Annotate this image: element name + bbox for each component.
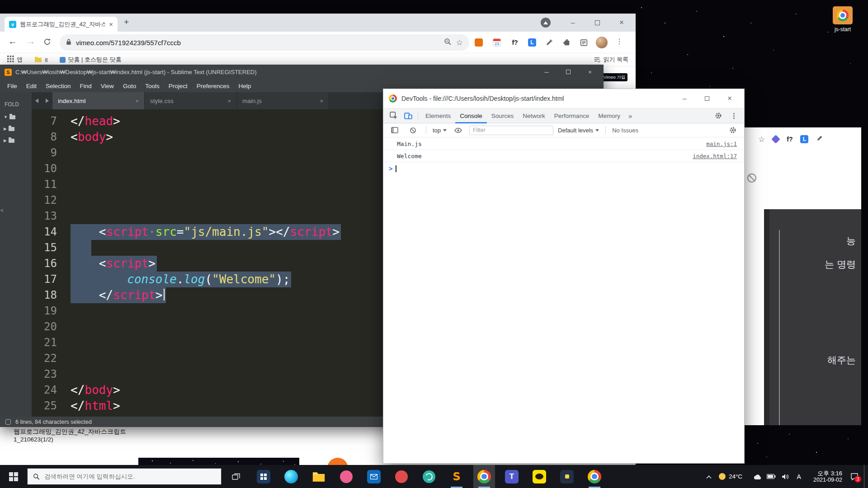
browser-tab[interactable]: v 웹프로그래밍_김인권_42_자바스... × xyxy=(5,17,118,32)
pink-app-icon[interactable] xyxy=(335,465,357,488)
dothome-favicon-icon[interactable] xyxy=(60,57,66,63)
extension-orange-icon[interactable] xyxy=(473,37,485,48)
cloud-icon[interactable] xyxy=(751,474,763,480)
mail-app-icon[interactable] xyxy=(363,465,385,488)
extension-listary-icon[interactable]: L xyxy=(526,37,538,48)
sidebar-tree-item[interactable]: ▶ xyxy=(4,138,32,143)
back-button[interactable]: ← xyxy=(8,36,17,47)
pencil-icon[interactable] xyxy=(816,135,823,144)
console-settings-gear-icon[interactable] xyxy=(726,124,740,136)
devtools-tab-elements[interactable]: Elements xyxy=(421,108,455,123)
show-desktop-button[interactable] xyxy=(864,465,868,488)
new-tab-button[interactable]: + xyxy=(124,17,129,27)
browser-update-icon[interactable] xyxy=(541,18,551,28)
sublime-taskbar-icon[interactable]: S xyxy=(446,465,467,488)
task-view-button[interactable] xyxy=(225,465,247,488)
address-bar[interactable]: ☆ xyxy=(60,34,469,51)
tab-close-icon[interactable]: × xyxy=(135,98,139,104)
console-source-link[interactable]: main.js:1 xyxy=(706,138,737,150)
bookmark-apps-label[interactable]: 앱 xyxy=(17,56,23,64)
maximize-button[interactable] xyxy=(559,69,577,75)
reading-list-button[interactable]: 읽기 목록 xyxy=(594,56,628,64)
maximize-button[interactable] xyxy=(587,14,608,32)
chrome-taskbar-icon[interactable] xyxy=(473,465,495,488)
sync-app-icon[interactable] xyxy=(418,465,440,488)
menu-preferences[interactable]: Preferences xyxy=(192,83,234,89)
extension-diamond-icon[interactable] xyxy=(771,135,780,144)
reload-button[interactable] xyxy=(43,38,51,47)
action-center-button[interactable]: 3 xyxy=(849,472,860,481)
red-app-icon[interactable] xyxy=(391,465,412,488)
vimeo-signup-button[interactable]: Vimeo 가입 xyxy=(601,73,627,81)
teams-app-icon[interactable]: T xyxy=(501,465,523,488)
apps-grid-icon[interactable] xyxy=(7,56,14,64)
kakaotalk-app-icon[interactable] xyxy=(528,465,550,488)
ime-indicator[interactable]: A xyxy=(793,473,804,480)
bookmark-dothome-label[interactable]: 닷홈 | 호스팅은 닷홈 xyxy=(68,56,122,64)
forward-button[interactable]: → xyxy=(26,36,35,47)
console-filter-input[interactable] xyxy=(469,126,553,135)
close-button[interactable]: × xyxy=(721,94,739,103)
reading-list-panel-icon[interactable] xyxy=(578,37,590,48)
extension-calendar-icon[interactable]: 23 xyxy=(491,37,503,48)
menu-tools[interactable]: Tools xyxy=(141,83,164,89)
devtools-tab-performance[interactable]: Performance xyxy=(550,108,594,123)
close-button[interactable]: × xyxy=(611,14,632,32)
console-prompt[interactable]: > xyxy=(383,162,744,175)
menu-project[interactable]: Project xyxy=(164,83,192,89)
tab-close-icon[interactable]: × xyxy=(320,98,323,104)
console-source-link[interactable]: index.html:17 xyxy=(693,150,737,162)
taskbar-clock[interactable]: 오후 3:16 2021-09-02 xyxy=(813,470,842,483)
console-output[interactable]: Main.jsmain.js:1Welcomeindex.html:17 > xyxy=(383,138,744,463)
clear-console-icon[interactable] xyxy=(406,124,420,136)
context-selector[interactable]: top xyxy=(433,127,447,134)
editor-tab-main.js[interactable]: main.js× xyxy=(237,92,329,109)
devtools-tab-sources[interactable]: Sources xyxy=(487,108,519,123)
log-levels-dropdown[interactable]: Default levels xyxy=(558,127,599,134)
extension-listary-icon[interactable]: L xyxy=(800,135,808,143)
battery-icon[interactable] xyxy=(765,474,777,479)
weather-widget[interactable]: 24°C xyxy=(719,473,742,480)
editor-tab-style.css[interactable]: style.css× xyxy=(145,92,237,109)
tab-close-icon[interactable]: × xyxy=(227,98,231,104)
speaker-icon[interactable] xyxy=(779,474,791,480)
store-app-icon[interactable] xyxy=(253,465,274,488)
eyedropper-icon[interactable] xyxy=(543,37,555,48)
minimize-button[interactable]: ─ xyxy=(562,14,583,32)
video-scrollbar[interactable] xyxy=(779,230,780,425)
menu-view[interactable]: View xyxy=(96,83,118,89)
sublime-title-bar[interactable]: S C:₩Users₩losih₩Desktop₩js-start₩index.… xyxy=(0,65,604,80)
maximize-button[interactable] xyxy=(698,95,716,102)
dark-app-icon[interactable] xyxy=(556,465,578,488)
tab-nav-right-icon[interactable] xyxy=(42,92,52,109)
extension-fq-icon[interactable]: f? xyxy=(787,136,793,143)
profile-avatar[interactable] xyxy=(596,37,608,48)
video-player-strip[interactable] xyxy=(138,458,299,465)
chrome-secondary-taskbar-icon[interactable] xyxy=(584,465,605,488)
menu-find[interactable]: Find xyxy=(75,83,96,89)
live-expression-eye-icon[interactable] xyxy=(451,124,465,136)
close-button[interactable]: × xyxy=(581,69,599,75)
devtools-menu-icon[interactable] xyxy=(727,110,741,122)
minimize-button[interactable]: ─ xyxy=(538,69,556,75)
desktop-shortcut-js-start[interactable]: js-start xyxy=(826,6,860,33)
start-button[interactable] xyxy=(0,465,27,488)
menu-help[interactable]: Help xyxy=(234,83,256,89)
extensions-puzzle-icon[interactable] xyxy=(561,37,572,48)
minimize-button[interactable]: ─ xyxy=(675,95,693,102)
device-toolbar-icon[interactable] xyxy=(401,110,415,122)
menu-goto[interactable]: Goto xyxy=(118,83,141,89)
file-explorer-icon[interactable] xyxy=(308,465,330,488)
menu-selection[interactable]: Selection xyxy=(41,83,75,89)
folder-icon[interactable] xyxy=(34,56,42,64)
tab-close-icon[interactable]: × xyxy=(109,20,113,28)
sublime-sidebar[interactable]: FOLD ▼ ▶ ▶ < xyxy=(0,92,32,417)
extension-fq-icon[interactable]: f? xyxy=(509,37,521,48)
menu-file[interactable]: File xyxy=(3,83,22,89)
sidebar-tree-item[interactable]: ▶ xyxy=(4,126,32,131)
editor-tab-index.html[interactable]: index.html× xyxy=(52,92,145,109)
settings-gear-icon[interactable] xyxy=(712,110,725,122)
more-tabs-icon[interactable]: » xyxy=(626,112,635,120)
menu-edit[interactable]: Edit xyxy=(22,83,41,89)
search-input[interactable] xyxy=(44,473,216,480)
